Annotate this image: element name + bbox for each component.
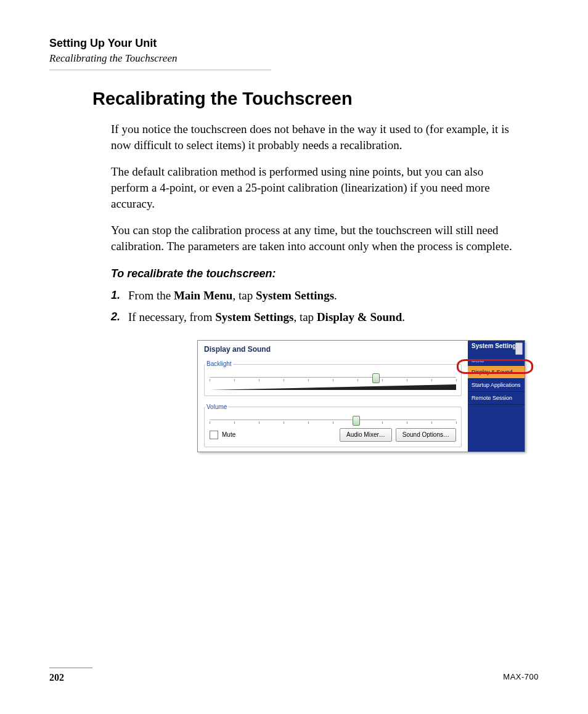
page-number: 202: [49, 672, 64, 683]
step-2-post: .: [402, 310, 405, 323]
volume-label: Volume: [205, 403, 228, 412]
step-1-number: 1.: [111, 288, 128, 304]
paragraph-1: If you notice the touchscreen does not b…: [111, 121, 520, 153]
step-2-number: 2.: [111, 309, 128, 325]
volume-group: Volume Mute: [204, 400, 462, 447]
header-rule: [49, 70, 271, 70]
sidebar-item-display-sound[interactable]: Display & Sound: [468, 366, 525, 379]
volume-thumb[interactable]: [353, 416, 360, 426]
header-chapter: Setting Up Your Unit: [49, 37, 539, 50]
step-2-pre: If necessary, from: [128, 310, 215, 323]
step-2-bold-1: System Settings: [215, 310, 293, 323]
step-1-bold-1: Main Menu: [174, 289, 233, 302]
step-2: 2. If necessary, from System Settings, t…: [111, 309, 520, 325]
step-1-pre: From the: [128, 289, 174, 302]
backlight-wedge-icon: [210, 384, 456, 391]
step-1-bold-2: System Settings: [256, 289, 334, 302]
mute-label: Mute: [222, 431, 235, 439]
sidebar-menu-label: Menu: [468, 357, 525, 366]
sidebar-title-icon: [515, 343, 523, 355]
paragraph-2: The default calibration method is perfor…: [111, 164, 520, 211]
svg-marker-0: [210, 384, 456, 390]
panel-title: Display and Sound: [204, 344, 462, 354]
header-section: Recalibrating the Touchscreen: [49, 52, 539, 65]
footer-rule: [49, 667, 92, 668]
sidebar-item-remote-session[interactable]: Remote Session: [468, 392, 525, 405]
backlight-thumb[interactable]: [372, 373, 380, 383]
display-and-sound-panel: Display and Sound Backlight: [198, 341, 468, 452]
volume-slider[interactable]: [210, 416, 456, 424]
step-2-mid: , tap: [293, 310, 316, 323]
backlight-group: Backlight: [204, 357, 462, 396]
body-text: If you notice the touchscreen does not b…: [111, 121, 520, 451]
backlight-label: Backlight: [205, 360, 233, 368]
page-footer: 202 MAX-700: [49, 667, 539, 683]
page-title: Recalibrating the Touchscreen: [92, 89, 539, 109]
sidebar-title-text: System Settings: [472, 343, 520, 349]
embedded-screenshot: Display and Sound Backlight: [197, 340, 524, 451]
step-1-mid: , tap: [232, 289, 255, 302]
step-2-bold-2: Display & Sound: [317, 310, 402, 323]
sidebar-title: System Settings: [468, 341, 525, 357]
audio-mixer-button[interactable]: Audio Mixer…: [340, 428, 392, 442]
mute-checkbox[interactable]: [210, 431, 218, 439]
paragraph-3: You can stop the calibration process at …: [111, 222, 520, 254]
system-settings-sidebar: System Settings Menu Display & Sound Sta…: [468, 341, 525, 452]
step-1: 1. From the Main Menu, tap System Settin…: [111, 288, 520, 304]
step-1-post: .: [334, 289, 337, 302]
step-1-text: From the Main Menu, tap System Settings.: [128, 288, 337, 304]
sound-options-button[interactable]: Sound Options…: [396, 428, 456, 442]
step-2-text: If necessary, from System Settings, tap …: [128, 309, 405, 325]
sidebar-item-startup-applications[interactable]: Startup Applications: [468, 379, 525, 392]
procedure-heading: To recalibrate the touchscreen:: [111, 266, 520, 281]
backlight-slider[interactable]: [210, 373, 456, 382]
model-label: MAX-700: [503, 672, 539, 683]
